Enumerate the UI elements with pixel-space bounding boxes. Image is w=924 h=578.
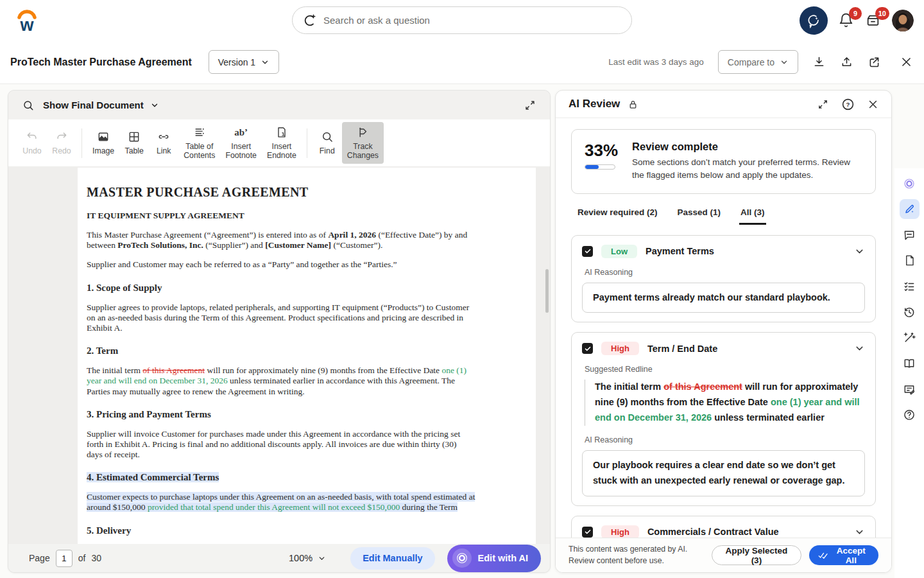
chat-sparkle-icon [806,13,821,28]
suggested-redline-label: Suggested Redline [585,365,865,374]
compare-to-dropdown[interactable]: Compare to [718,50,798,74]
redo-icon [55,130,68,143]
checkbox-checked[interactable] [582,343,593,354]
document-tool[interactable] [900,250,920,270]
editor-toolbar: Undo Redo Image Table Link Table of Co [8,119,550,166]
of-label: of [78,553,86,563]
close-document-button[interactable] [900,56,912,68]
document-panel: Show Final Document Undo Redo Image [8,90,551,573]
download-button[interactable] [812,55,826,69]
tab-all[interactable]: All (3) [739,207,766,225]
comments-tool[interactable] [900,225,920,245]
insert-image-button[interactable]: Image [87,127,119,159]
checklist-icon [903,280,916,293]
upload-button[interactable] [840,55,853,69]
expand-document-button[interactable] [524,100,536,111]
zoom-dropdown[interactable]: 100% [289,553,326,563]
share-icon [868,55,881,69]
assistant-search-icon [303,13,317,28]
undo-label: Undo [22,146,41,155]
card-title: Commercials / Contract Value [647,527,779,537]
collapse-card-button[interactable] [854,527,865,538]
search-icon[interactable] [22,100,34,111]
help-tool[interactable] [900,405,920,425]
wand-icon [903,331,916,344]
ai-review-header: AI Review ? [556,91,891,118]
ai-assistant-button[interactable] [800,6,828,35]
page-number-input[interactable] [56,550,73,567]
apply-selected-button[interactable]: Apply Selected (3) [712,545,801,565]
tab-review-required[interactable]: Review required (2) [576,207,659,225]
ai-review-panel: AI Review ? [555,90,892,573]
ai-rings-tool[interactable] [900,173,920,193]
version-dropdown[interactable]: Version 1 [209,50,279,74]
view-mode-dropdown[interactable]: Show Final Document [43,100,159,110]
find-label: Find [320,146,335,155]
search-input[interactable] [323,15,621,26]
share-button[interactable] [868,55,881,69]
checklist-tool[interactable] [900,276,920,296]
chevron-down-icon [854,343,865,354]
chevron-down-icon [854,246,865,257]
history-tool[interactable] [900,302,920,322]
track-changes-label: Track Changes [347,142,379,160]
zoom-level: 100% [289,553,312,563]
edit-with-ai-button[interactable]: Edit with AI [447,545,541,572]
accept-all-button[interactable]: Accept All [809,545,878,565]
document-scrollbar[interactable] [545,269,549,313]
table-of-contents-icon [193,126,206,139]
tracked-insertion: provided that total spend under this Agr… [148,502,400,512]
library-tool[interactable] [900,353,920,373]
version-label: Version 1 [218,57,255,67]
workday-logo[interactable]: w [15,6,38,35]
download-icon [812,55,826,69]
find-button[interactable]: Find [312,127,342,159]
ai-reasoning-label: AI Reasoning [585,268,865,277]
review-status-heading: Review complete [632,141,850,153]
table-of-contents-button[interactable]: Table of Contents [178,122,220,164]
insert-table-button[interactable]: Table [119,127,149,159]
severity-badge: High [601,342,639,355]
chevron-down-icon [261,58,270,67]
redline-deletion: of this Agreement [663,381,742,392]
comment-icon [903,229,916,241]
help-icon: ? [841,98,855,111]
insert-link-button[interactable]: Link [149,127,178,159]
tab-passed[interactable]: Passed (1) [676,207,723,225]
global-search[interactable] [292,6,632,34]
expand-panel-button[interactable] [817,99,828,110]
insert-endnote-button[interactable]: Insert Endnote [262,122,302,164]
review-card-term-end-date: High Term / End Date Suggested Redline T… [571,332,876,505]
user-avatar[interactable] [892,10,914,31]
document-page[interactable]: MASTER PURCHASE AGREEMENT IT EQUIPMENT S… [78,168,536,544]
notifications-button[interactable]: 9 [838,12,854,28]
last-edit-status: Last edit was 3 days ago [608,57,704,67]
ai-edit-tool[interactable] [900,199,920,219]
collapse-card-button[interactable] [854,246,865,257]
checkbox-checked[interactable] [582,527,593,538]
document-canvas[interactable]: MASTER PURCHASE AGREEMENT IT EQUIPMENT S… [8,166,550,544]
section-heading-highlighted: 4. Estimated Commercial Terms [87,472,536,483]
insert-footnote-label: Insert Footnote [225,142,257,160]
ai-rings-icon [452,548,472,568]
lock-icon [628,99,638,110]
insert-footnote-button[interactable]: ab’ Insert Footnote [220,122,262,164]
magic-wand-tool[interactable] [900,328,920,347]
card-title: Term / End Date [647,344,717,354]
view-mode-label: Show Final Document [43,100,144,110]
table-label: Table [124,146,143,155]
ai-reasoning-label: AI Reasoning [585,435,865,444]
edit-manually-button[interactable]: Edit Manually [350,547,434,570]
notes-tool[interactable] [900,379,920,399]
help-button[interactable]: ? [841,98,855,111]
undo-icon [26,130,38,143]
table-of-contents-label: Table of Contents [184,142,215,160]
ai-review-title: AI Review [569,98,620,110]
checkbox-checked[interactable] [582,246,593,257]
match-percentage: 33% [585,141,618,161]
severity-badge: Low [601,245,637,258]
close-panel-button[interactable] [868,99,878,110]
collapse-card-button[interactable] [854,343,865,354]
inbox-button[interactable]: 10 [864,12,882,28]
track-changes-button[interactable]: Track Changes [342,122,384,164]
